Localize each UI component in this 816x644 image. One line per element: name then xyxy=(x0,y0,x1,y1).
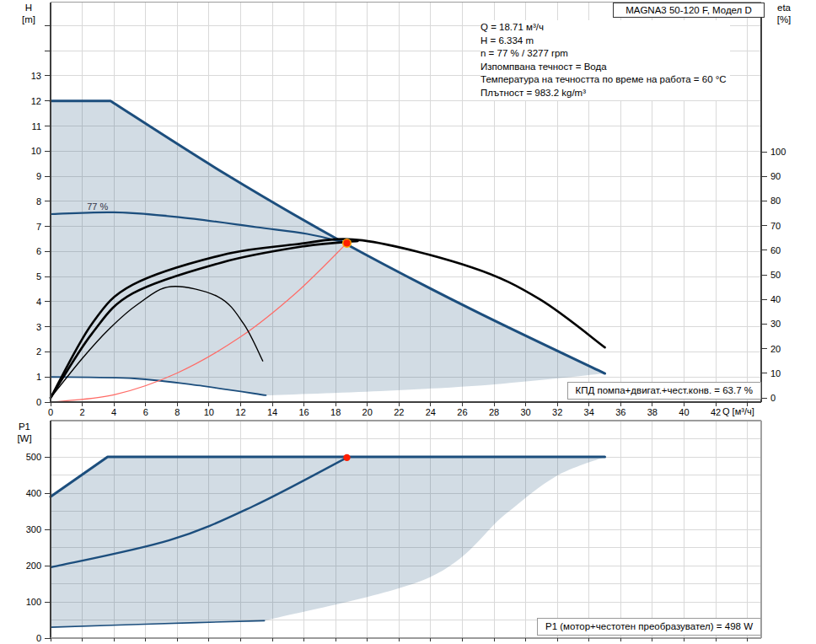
x-tick-label: 8 xyxy=(174,407,180,417)
operating-point-marker xyxy=(343,239,352,248)
duty-info-line: Температура на течността по време на раб… xyxy=(480,73,727,87)
duty-info-line: Плътност = 983.2 kg/m³ xyxy=(480,87,727,100)
x-tick-label: 42 xyxy=(711,407,721,417)
y-tick-label: 0 xyxy=(36,397,41,407)
efficiency-note-box: КПД помпа+двигат.+чест.конв. = 63.7 % xyxy=(567,382,762,400)
x-tick-label: 24 xyxy=(426,407,436,417)
head-axis-title: H [m] xyxy=(16,2,41,25)
eta-tick-label: 100 xyxy=(770,147,786,157)
x-tick-label: 22 xyxy=(394,407,404,417)
y-tick-label: 500 xyxy=(26,452,41,462)
y-tick-label: 11 xyxy=(32,121,41,131)
y-tick-label: 5 xyxy=(36,271,41,282)
x-tick-label: 16 xyxy=(298,407,309,417)
y-tick-label: 0 xyxy=(36,633,41,643)
x-tick-label: 32 xyxy=(552,407,562,417)
y-tick-label: 100 xyxy=(26,597,41,607)
y-tick-label: 400 xyxy=(26,488,41,498)
power-flow-chart-tick-labels: 0100200300400500 xyxy=(26,452,41,643)
duty-info-block: Q = 18.71 м³/чH = 6.334 mn = 77 % / 3277… xyxy=(480,20,730,100)
x-tick-label: 6 xyxy=(143,407,148,417)
y-tick-label: 10 xyxy=(31,146,41,156)
duty-info-line: Q = 18.71 м³/ч xyxy=(480,21,727,35)
y-tick-label: 4 xyxy=(36,297,41,307)
operating-point-marker xyxy=(343,454,350,461)
y-tick-label: 13 xyxy=(31,71,41,81)
eta-tick-label: 30 xyxy=(770,319,781,329)
x-tick-label: 4 xyxy=(111,407,116,417)
y-tick-label: 3 xyxy=(36,322,41,332)
x-tick-label: 0 xyxy=(48,407,53,417)
duty-info-line: Изпомпвана течност = Вода xyxy=(480,61,727,74)
eta-tick-label: 10 xyxy=(770,368,781,378)
power-axis-unit: [W] xyxy=(12,432,37,444)
eta-tick-label: 80 xyxy=(770,196,781,206)
speed-label: 77 % xyxy=(87,201,108,212)
y-tick-label: 12 xyxy=(31,96,41,106)
x-tick-label: 34 xyxy=(584,407,594,417)
duty-info-line: n = 77 % / 3277 rpm xyxy=(480,47,727,61)
eta-axis-unit-symbol: eta xyxy=(770,2,797,13)
y-tick-label: 300 xyxy=(26,524,41,534)
x-tick-label: 38 xyxy=(647,407,658,417)
x-tick-label: 28 xyxy=(489,407,499,417)
x-tick-label: 26 xyxy=(457,407,467,417)
x-tick-label: 40 xyxy=(679,407,689,417)
eta-axis-title: eta [%] xyxy=(770,2,797,25)
head-axis-unit-symbol: H xyxy=(16,2,41,13)
eta-tick-label: 60 xyxy=(770,245,781,255)
eta-tick-label: 70 xyxy=(770,221,781,231)
y-tick-label: 2 xyxy=(36,346,41,357)
y-tick-label: 7 xyxy=(36,222,41,232)
operating-envelope xyxy=(51,101,605,395)
y-tick-label: 9 xyxy=(36,171,41,181)
power-flow-chart: 0100200300400500 xyxy=(26,421,761,643)
x-tick-label: 36 xyxy=(615,407,625,417)
flow-axis-label: Q [м³/ч] xyxy=(722,406,754,416)
power-note-box: P1 (мотор+честотен преобразувател) = 498… xyxy=(537,618,761,636)
x-tick-label: 12 xyxy=(235,407,245,417)
eta-axis-unit: [%] xyxy=(770,13,797,25)
eta-tick-label: 0 xyxy=(770,393,776,403)
duty-info-line: H = 6.334 m xyxy=(480,35,727,48)
y-tick-label: 6 xyxy=(36,246,41,256)
eta-tick-label: 50 xyxy=(770,270,781,280)
pump-curve-page: { "title_box": { "text": "MAGNA3 50-120 … xyxy=(0,0,816,644)
y-tick-label: 1 xyxy=(36,372,41,382)
head-axis-unit: [m] xyxy=(16,13,41,25)
pump-title-box: MAGNA3 50-120 F, Модел D xyxy=(613,3,765,18)
eta-tick-label: 40 xyxy=(770,294,781,304)
x-tick-label: 30 xyxy=(520,407,530,417)
power-axis-unit-symbol: P1 xyxy=(12,421,37,432)
x-tick-label: 18 xyxy=(330,407,341,417)
power-axis-title: P1 [W] xyxy=(12,421,37,444)
x-tick-label: 2 xyxy=(80,407,85,417)
eta-tick-label: 90 xyxy=(770,171,781,181)
y-tick-label: 8 xyxy=(36,196,41,207)
y-tick-label: 200 xyxy=(26,561,41,571)
eta-tick-label: 20 xyxy=(770,344,781,354)
x-tick-label: 20 xyxy=(362,407,373,417)
x-tick-label: 14 xyxy=(267,407,277,417)
x-tick-label: 10 xyxy=(204,407,214,417)
